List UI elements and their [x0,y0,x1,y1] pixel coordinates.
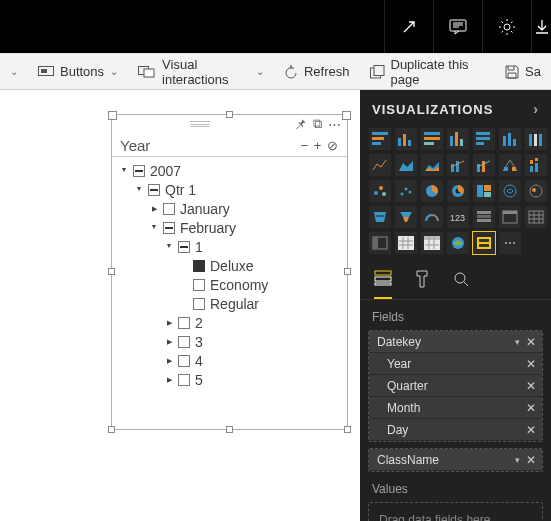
checkbox[interactable] [178,336,190,348]
slicer-visual[interactable]: 📌︎ ⧉ ⋯ Year − + ⊘ ▲2007▲Qtr 1▶January▲Fe… [111,114,348,430]
viz-type-26[interactable] [499,206,521,228]
expand-toggle-icon[interactable]: ▲ [135,186,143,193]
tree-row[interactable]: ▲Qtr 1 [114,180,345,199]
checkbox[interactable] [193,260,205,272]
tree-row[interactable]: Regular [114,294,345,313]
panel-collapse-icon[interactable]: › [533,101,539,117]
remove-field-icon[interactable]: ✕ [526,453,536,467]
viz-type-23[interactable] [421,206,443,228]
buttons-menu[interactable]: Buttons ⌄ [28,54,128,89]
viz-type-2[interactable] [421,128,443,150]
refresh-button[interactable]: Refresh [274,54,360,89]
remove-field-icon[interactable]: ✕ [526,423,536,437]
slicer-tree[interactable]: ▲2007▲Qtr 1▶January▲February▲1DeluxeEcon… [112,157,347,393]
checkbox[interactable] [133,165,145,177]
viz-type-18[interactable] [473,180,495,202]
expand-toggle-icon[interactable]: ▲ [165,243,173,250]
checkbox[interactable] [193,298,205,310]
viz-type-24[interactable]: 123 [447,206,469,228]
checkbox[interactable] [148,184,160,196]
viz-type-19[interactable] [499,180,521,202]
tree-row[interactable]: ▶January [114,199,345,218]
tree-row[interactable]: ▲1 [114,237,345,256]
viz-type-21[interactable] [369,206,391,228]
comment-icon[interactable] [433,0,482,53]
viz-type-1[interactable] [395,128,417,150]
expand-toggle-icon[interactable]: ▶ [165,338,173,346]
field-pill[interactable]: Quarter✕ [369,375,542,397]
field-pill[interactable]: Year✕ [369,353,542,375]
slicer-controls[interactable]: − + ⊘ [301,138,339,153]
visual-interactions-menu[interactable]: Visual interactions ⌄ [128,54,274,89]
drag-grip-icon[interactable] [190,121,210,127]
field-pill[interactable]: ClassName▾✕ [369,449,542,471]
viz-type-10[interactable] [447,154,469,176]
viz-type-15[interactable] [395,180,417,202]
tree-row[interactable]: ▲February [114,218,345,237]
viz-type-9[interactable] [421,154,443,176]
field-pill[interactable]: Datekey▾✕ [369,331,542,353]
checkbox[interactable] [163,203,175,215]
checkbox[interactable] [178,317,190,329]
duplicate-page-button[interactable]: Duplicate this page [360,54,496,89]
report-canvas[interactable]: 📌︎ ⧉ ⋯ Year − + ⊘ ▲2007▲Qtr 1▶January▲Fe… [0,90,360,521]
viz-type-6[interactable] [525,128,547,150]
ribbon-left-more[interactable]: ⌄ [0,54,28,89]
checkbox[interactable] [178,374,190,386]
fields-well-2[interactable]: ClassName▾✕ [368,448,543,472]
checkbox[interactable] [163,222,175,234]
save-button[interactable]: Sa [495,54,551,89]
viz-type-20[interactable] [525,180,547,202]
field-dropdown-icon[interactable]: ▾ [515,455,520,465]
viz-type-27[interactable] [525,206,547,228]
download-icon[interactable] [531,0,551,53]
focus-mode-icon[interactable]: ⧉ [313,116,322,132]
expand-toggle-icon[interactable]: ▲ [120,167,128,174]
pin-icon[interactable]: 📌︎ [294,117,307,132]
more-options-icon[interactable]: ⋯ [328,117,341,132]
remove-field-icon[interactable]: ✕ [526,401,536,415]
viz-type-31[interactable] [447,232,469,254]
viz-type-5[interactable] [499,128,521,150]
field-pill[interactable]: Month✕ [369,397,542,419]
expand-toggle-icon[interactable]: ▲ [150,224,158,231]
tree-row[interactable]: ▶5 [114,370,345,389]
remove-field-icon[interactable]: ✕ [526,357,536,371]
field-dropdown-icon[interactable]: ▾ [515,337,520,347]
viz-type-3[interactable] [447,128,469,150]
expand-icon[interactable] [384,0,433,53]
viz-type-12[interactable] [499,154,521,176]
tree-row[interactable]: ▶2 [114,313,345,332]
gear-icon[interactable] [482,0,531,53]
viz-type-30[interactable] [421,232,443,254]
viz-type-7[interactable] [369,154,391,176]
viz-type-8[interactable] [395,154,417,176]
viz-type-29[interactable] [395,232,417,254]
field-pill[interactable]: Day✕ [369,419,542,441]
viz-type-16[interactable] [421,180,443,202]
viz-type-14[interactable] [369,180,391,202]
viz-type-32[interactable] [473,232,495,254]
expand-toggle-icon[interactable]: ▶ [165,376,173,384]
viz-type-22[interactable] [395,206,417,228]
tree-row[interactable]: Economy [114,275,345,294]
viz-type-28[interactable] [369,232,391,254]
tree-row[interactable]: ▶4 [114,351,345,370]
remove-field-icon[interactable]: ✕ [526,335,536,349]
remove-field-icon[interactable]: ✕ [526,379,536,393]
viz-type-33[interactable]: ⋯ [499,232,521,254]
viz-type-25[interactable] [473,206,495,228]
tab-analytics[interactable] [452,270,470,299]
tree-row[interactable]: Deluxe [114,256,345,275]
checkbox[interactable] [193,279,205,291]
tab-format[interactable] [414,270,430,299]
checkbox[interactable] [178,241,190,253]
viz-type-4[interactable] [473,128,495,150]
values-well[interactable]: Drag data fields here [368,502,543,521]
expand-toggle-icon[interactable]: ▶ [150,205,158,213]
tree-row[interactable]: ▶3 [114,332,345,351]
viz-type-17[interactable] [447,180,469,202]
viz-type-0[interactable] [369,128,391,150]
viz-type-11[interactable] [473,154,495,176]
expand-toggle-icon[interactable]: ▶ [165,319,173,327]
